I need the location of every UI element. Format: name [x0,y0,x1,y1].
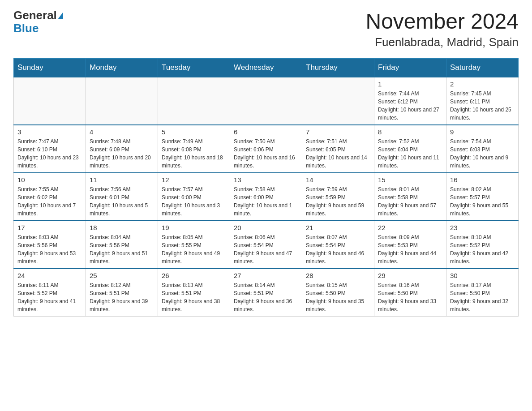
day-of-week-header: Saturday [446,59,519,77]
calendar-title-block: November 2024 Fuenlabrada, Madrid, Spain [365,9,519,49]
calendar-day-cell: 8Sunrise: 7:52 AMSunset: 6:04 PMDaylight… [374,125,446,173]
day-sun-info: Sunrise: 7:54 AMSunset: 6:03 PMDaylight:… [450,137,515,170]
calendar-day-cell: 21Sunrise: 8:07 AMSunset: 5:54 PMDayligh… [302,221,374,269]
calendar-day-cell: 19Sunrise: 8:05 AMSunset: 5:55 PMDayligh… [158,221,230,269]
day-of-week-header: Monday [86,59,158,77]
day-number: 10 [17,176,82,184]
calendar-day-cell: 6Sunrise: 7:50 AMSunset: 6:06 PMDaylight… [230,125,302,173]
day-sun-info: Sunrise: 8:04 AMSunset: 5:56 PMDaylight:… [90,233,154,265]
day-number: 5 [162,128,226,136]
day-sun-info: Sunrise: 8:13 AMSunset: 5:51 PMDaylight:… [162,281,226,313]
calendar-day-cell [230,77,302,125]
day-number: 1 [378,80,442,88]
day-sun-info: Sunrise: 8:10 AMSunset: 5:52 PMDaylight:… [450,233,515,265]
calendar-day-cell: 2Sunrise: 7:45 AMSunset: 6:11 PMDaylight… [446,77,519,125]
calendar-day-cell: 9Sunrise: 7:54 AMSunset: 6:03 PMDaylight… [446,125,519,173]
calendar-week-row: 17Sunrise: 8:03 AMSunset: 5:56 PMDayligh… [14,221,519,269]
calendar-week-row: 24Sunrise: 8:11 AMSunset: 5:52 PMDayligh… [14,269,519,317]
page-header: General Blue November 2024 Fuenlabrada, … [13,9,519,49]
calendar-day-cell: 1Sunrise: 7:44 AMSunset: 6:12 PMDaylight… [374,77,446,125]
day-number: 2 [450,80,515,88]
calendar-day-cell: 27Sunrise: 8:14 AMSunset: 5:51 PMDayligh… [230,269,302,317]
day-of-week-header: Sunday [14,59,86,77]
day-sun-info: Sunrise: 8:05 AMSunset: 5:55 PMDaylight:… [162,233,226,265]
day-sun-info: Sunrise: 7:57 AMSunset: 6:00 PMDaylight:… [162,185,226,218]
calendar-header-row: SundayMondayTuesdayWednesdayThursdayFrid… [14,59,519,77]
day-number: 28 [306,272,370,279]
day-of-week-header: Friday [374,59,446,77]
day-number: 8 [378,128,442,136]
calendar-day-cell [14,77,86,125]
day-number: 29 [378,272,442,279]
day-number: 16 [450,176,515,184]
day-of-week-header: Wednesday [230,59,302,77]
day-sun-info: Sunrise: 8:15 AMSunset: 5:50 PMDaylight:… [306,281,370,313]
day-sun-info: Sunrise: 7:47 AMSunset: 6:10 PMDaylight:… [17,137,82,170]
calendar-day-cell [86,77,158,125]
day-sun-info: Sunrise: 7:44 AMSunset: 6:12 PMDaylight:… [378,90,442,122]
day-sun-info: Sunrise: 8:06 AMSunset: 5:54 PMDaylight:… [234,233,298,265]
day-number: 9 [450,128,515,136]
day-sun-info: Sunrise: 8:12 AMSunset: 5:51 PMDaylight:… [90,281,154,313]
day-sun-info: Sunrise: 8:01 AMSunset: 5:58 PMDaylight:… [378,185,442,218]
calendar-day-cell: 7Sunrise: 7:51 AMSunset: 6:05 PMDaylight… [302,125,374,173]
calendar-day-cell: 13Sunrise: 7:58 AMSunset: 6:00 PMDayligh… [230,173,302,221]
calendar-day-cell: 3Sunrise: 7:47 AMSunset: 6:10 PMDaylight… [14,125,86,173]
day-number: 26 [162,272,226,279]
day-sun-info: Sunrise: 8:02 AMSunset: 5:57 PMDaylight:… [450,185,515,218]
logo-triangle-icon [58,12,63,19]
calendar-day-cell: 20Sunrise: 8:06 AMSunset: 5:54 PMDayligh… [230,221,302,269]
calendar-day-cell: 15Sunrise: 8:01 AMSunset: 5:58 PMDayligh… [374,173,446,221]
calendar-day-cell [302,77,374,125]
calendar-day-cell: 5Sunrise: 7:49 AMSunset: 6:08 PMDaylight… [158,125,230,173]
calendar-week-row: 10Sunrise: 7:55 AMSunset: 6:02 PMDayligh… [14,173,519,221]
day-number: 14 [306,176,370,184]
day-number: 4 [90,128,154,136]
day-number: 20 [234,224,298,231]
day-sun-info: Sunrise: 7:55 AMSunset: 6:02 PMDaylight:… [17,185,82,218]
day-sun-info: Sunrise: 7:49 AMSunset: 6:08 PMDaylight:… [162,137,226,170]
logo: General Blue [13,9,63,34]
day-number: 7 [306,128,370,136]
calendar-day-cell: 18Sunrise: 8:04 AMSunset: 5:56 PMDayligh… [86,221,158,269]
calendar-subtitle: Fuenlabrada, Madrid, Spain [365,35,519,49]
day-sun-info: Sunrise: 7:58 AMSunset: 6:00 PMDaylight:… [234,185,298,218]
day-sun-info: Sunrise: 7:45 AMSunset: 6:11 PMDaylight:… [450,90,515,122]
day-of-week-header: Tuesday [158,59,230,77]
day-number: 11 [90,176,154,184]
day-sun-info: Sunrise: 8:14 AMSunset: 5:51 PMDaylight:… [234,281,298,313]
logo-blue-text: Blue [13,21,39,35]
day-number: 25 [90,272,154,279]
day-sun-info: Sunrise: 8:07 AMSunset: 5:54 PMDaylight:… [306,233,370,265]
day-number: 24 [17,272,82,279]
day-sun-info: Sunrise: 8:16 AMSunset: 5:50 PMDaylight:… [378,281,442,313]
calendar-day-cell: 22Sunrise: 8:09 AMSunset: 5:53 PMDayligh… [374,221,446,269]
calendar-week-row: 1Sunrise: 7:44 AMSunset: 6:12 PMDaylight… [14,77,519,125]
day-sun-info: Sunrise: 8:03 AMSunset: 5:56 PMDaylight:… [17,233,82,265]
day-sun-info: Sunrise: 7:59 AMSunset: 5:59 PMDaylight:… [306,185,370,218]
day-sun-info: Sunrise: 7:52 AMSunset: 6:04 PMDaylight:… [378,137,442,170]
day-number: 13 [234,176,298,184]
calendar-day-cell: 12Sunrise: 7:57 AMSunset: 6:00 PMDayligh… [158,173,230,221]
calendar-day-cell: 24Sunrise: 8:11 AMSunset: 5:52 PMDayligh… [14,269,86,317]
calendar-day-cell [158,77,230,125]
day-number: 3 [17,128,82,136]
day-sun-info: Sunrise: 7:51 AMSunset: 6:05 PMDaylight:… [306,137,370,170]
calendar-day-cell: 11Sunrise: 7:56 AMSunset: 6:01 PMDayligh… [86,173,158,221]
day-sun-info: Sunrise: 8:09 AMSunset: 5:53 PMDaylight:… [378,233,442,265]
calendar-day-cell: 25Sunrise: 8:12 AMSunset: 5:51 PMDayligh… [86,269,158,317]
calendar-day-cell: 26Sunrise: 8:13 AMSunset: 5:51 PMDayligh… [158,269,230,317]
day-sun-info: Sunrise: 7:48 AMSunset: 6:09 PMDaylight:… [90,137,154,170]
calendar-day-cell: 16Sunrise: 8:02 AMSunset: 5:57 PMDayligh… [446,173,519,221]
day-sun-info: Sunrise: 7:50 AMSunset: 6:06 PMDaylight:… [234,137,298,170]
calendar-week-row: 3Sunrise: 7:47 AMSunset: 6:10 PMDaylight… [14,125,519,173]
calendar-title: November 2024 [365,9,519,34]
calendar-day-cell: 30Sunrise: 8:17 AMSunset: 5:50 PMDayligh… [446,269,519,317]
day-number: 12 [162,176,226,184]
day-sun-info: Sunrise: 8:11 AMSunset: 5:52 PMDaylight:… [17,281,82,313]
day-number: 30 [450,272,515,279]
day-number: 17 [17,224,82,231]
calendar-day-cell: 14Sunrise: 7:59 AMSunset: 5:59 PMDayligh… [302,173,374,221]
calendar-day-cell: 4Sunrise: 7:48 AMSunset: 6:09 PMDaylight… [86,125,158,173]
calendar-day-cell: 23Sunrise: 8:10 AMSunset: 5:52 PMDayligh… [446,221,519,269]
